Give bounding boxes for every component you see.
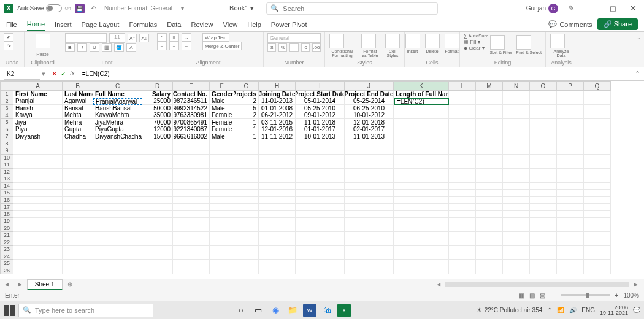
cell-N3[interactable] — [503, 105, 530, 112]
cell-Q10[interactable] — [584, 155, 611, 162]
cell-H23[interactable] — [259, 246, 296, 253]
cell-A9[interactable] — [13, 147, 63, 155]
cell-E13[interactable] — [173, 175, 210, 183]
cell-Q23[interactable] — [584, 246, 611, 253]
cell-P14[interactable] — [557, 183, 584, 190]
cell-Q8[interactable] — [584, 140, 611, 148]
cell-J3[interactable]: 06-25-2010 — [345, 105, 394, 112]
cell-M20[interactable] — [476, 225, 503, 233]
cell-E17[interactable] — [173, 204, 210, 211]
cell-P22[interactable] — [557, 239, 584, 247]
cell-F15[interactable] — [210, 190, 234, 197]
cell-B6[interactable]: Gupta — [63, 126, 93, 134]
cell-A23[interactable] — [13, 246, 63, 253]
cell-I5[interactable]: 11-01-2018 — [296, 119, 345, 126]
cell-O15[interactable] — [530, 190, 557, 197]
cell-N12[interactable] — [503, 169, 530, 176]
cell-C14[interactable] — [93, 183, 142, 190]
cell-G4[interactable]: 2 — [234, 112, 259, 120]
cell-O3[interactable] — [530, 105, 557, 112]
cell-P13[interactable] — [557, 175, 584, 183]
cell-H7[interactable]: 11-11-2012 — [259, 133, 296, 140]
select-all-corner[interactable] — [0, 81, 13, 91]
cell-O21[interactable] — [530, 232, 557, 239]
cell-H10[interactable] — [259, 155, 296, 162]
cell-G9[interactable] — [234, 147, 259, 155]
format-as-table-icon[interactable] — [361, 34, 376, 48]
tab-home[interactable]: Home — [27, 18, 45, 31]
language-indicator[interactable]: ENG — [581, 307, 595, 313]
cell-D25[interactable] — [142, 260, 173, 267]
cell-J4[interactable]: 10-01-2012 — [345, 112, 394, 120]
cell-J20[interactable] — [345, 225, 394, 233]
cell-C6[interactable]: PiyaGupta — [93, 126, 142, 134]
cell-F12[interactable] — [210, 169, 234, 176]
row-header[interactable]: 23 — [0, 246, 13, 253]
cell-H1[interactable]: Joining Date — [259, 91, 296, 98]
col-header-J[interactable]: J — [345, 81, 394, 91]
cell-M15[interactable] — [476, 190, 503, 197]
cell-C19[interactable] — [93, 218, 142, 225]
cell-K18[interactable] — [394, 211, 449, 218]
cell-B16[interactable] — [63, 197, 93, 204]
cell-N13[interactable] — [503, 175, 530, 183]
cell-P16[interactable] — [557, 197, 584, 204]
cell-K8[interactable] — [394, 140, 449, 148]
cell-H21[interactable] — [259, 232, 296, 239]
row-header[interactable]: 18 — [0, 211, 13, 218]
cell-K5[interactable] — [394, 119, 449, 126]
cell-P15[interactable] — [557, 190, 584, 197]
cell-B2[interactable]: Agarwal — [63, 98, 93, 106]
cell-B1[interactable]: Last Name — [63, 91, 93, 98]
cell-K16[interactable] — [394, 197, 449, 204]
cell-M23[interactable] — [476, 246, 503, 253]
cell-E21[interactable] — [173, 232, 210, 239]
cell-E5[interactable]: 9700865491 — [173, 119, 210, 126]
cell-L24[interactable] — [449, 253, 476, 261]
cell-J6[interactable]: 02-01-2017 — [345, 126, 394, 134]
cell-H18[interactable] — [259, 211, 296, 218]
cell-C25[interactable] — [93, 260, 142, 267]
view-page-layout-icon[interactable]: ▤ — [529, 292, 535, 299]
cell-L1[interactable] — [449, 91, 476, 98]
excel-taskbar-icon[interactable]: X — [337, 304, 351, 317]
cancel-formula-icon[interactable]: ✕ — [52, 70, 57, 78]
cell-H22[interactable] — [259, 239, 296, 247]
cell-O10[interactable] — [530, 155, 557, 162]
sheet-tab[interactable]: Sheet1 — [27, 279, 63, 290]
cell-I1[interactable]: Project Start Date — [296, 91, 345, 98]
cell-B14[interactable] — [63, 183, 93, 190]
cell-A21[interactable] — [13, 232, 63, 239]
cell-E6[interactable]: 9221340087 — [173, 126, 210, 134]
cell-C8[interactable] — [93, 140, 142, 148]
cell-E1[interactable]: Contact No. — [173, 91, 210, 98]
file-explorer-icon[interactable]: 📁 — [286, 304, 299, 317]
cell-I9[interactable] — [296, 147, 345, 155]
cell-O14[interactable] — [530, 183, 557, 190]
cell-K13[interactable] — [394, 175, 449, 183]
cell-D7[interactable]: 15000 — [142, 133, 173, 140]
cell-B4[interactable]: Mehta — [63, 112, 93, 120]
cell-G19[interactable] — [234, 218, 259, 225]
cell-Q15[interactable] — [584, 190, 611, 197]
cell-P8[interactable] — [557, 140, 584, 148]
cell-A5[interactable]: Jiya — [13, 119, 63, 126]
cell-M22[interactable] — [476, 239, 503, 247]
cell-E10[interactable] — [173, 155, 210, 162]
cell-M18[interactable] — [476, 211, 503, 218]
delete-cells-icon[interactable] — [425, 34, 440, 48]
cell-B19[interactable] — [63, 218, 93, 225]
align-left-icon[interactable]: ≡ — [157, 42, 167, 50]
cell-G22[interactable] — [234, 239, 259, 247]
cell-K12[interactable] — [394, 169, 449, 176]
cell-H6[interactable]: 12-01-2016 — [259, 126, 296, 134]
cell-L13[interactable] — [449, 175, 476, 183]
cell-D21[interactable] — [142, 232, 173, 239]
cell-O12[interactable] — [530, 169, 557, 176]
cell-A4[interactable]: Kavya — [13, 112, 63, 120]
cell-K26[interactable] — [394, 267, 449, 275]
cell-C2[interactable]: PranjalAgarwal — [93, 98, 142, 106]
cell-L11[interactable] — [449, 161, 476, 169]
cell-P9[interactable] — [557, 147, 584, 155]
cell-K15[interactable] — [394, 190, 449, 197]
